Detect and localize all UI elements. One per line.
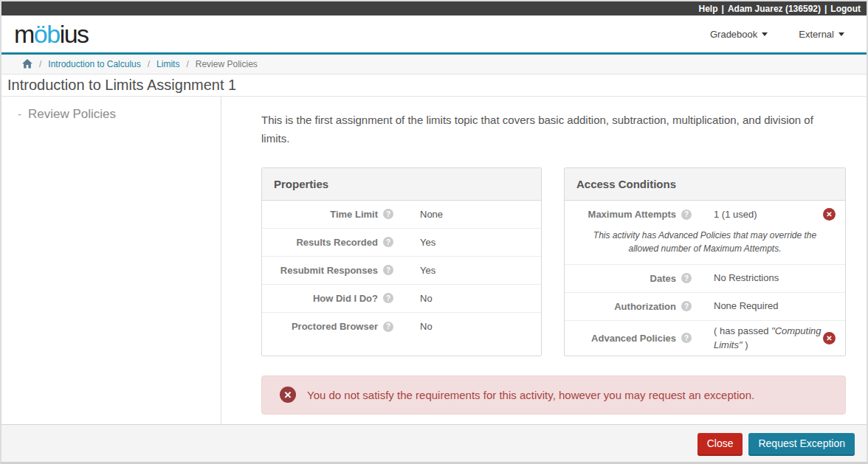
title-bar: Introduction to Limits Assignment 1 xyxy=(1,75,867,97)
user-profile-link[interactable]: Adam Juarez (136592) xyxy=(728,4,821,14)
help-icon[interactable]: ? xyxy=(383,322,393,332)
sidebar-item-review-policies[interactable]: -Review Policies xyxy=(18,107,221,122)
header-nav: Gradebook External xyxy=(710,29,844,40)
property-label: How Did I Do? xyxy=(313,293,378,304)
table-row: Results Recorded? Yes xyxy=(262,229,541,257)
app-header: möbius Gradebook External xyxy=(1,15,867,52)
table-row: Resubmit Responses? Yes xyxy=(262,257,541,285)
help-icon[interactable]: ? xyxy=(383,293,393,303)
breadcrumb-separator: / xyxy=(186,59,188,69)
help-icon[interactable]: ? xyxy=(383,209,393,219)
collapse-marker-icon[interactable]: - xyxy=(18,108,21,120)
condition-label: Dates xyxy=(650,273,676,284)
access-conditions-panel: Access Conditions Maximum Attempts? 1 (1… xyxy=(564,167,846,356)
request-exception-button[interactable]: Request Exception xyxy=(748,433,855,454)
error-icon: ✕ xyxy=(280,387,296,403)
mobius-logo[interactable]: möbius xyxy=(14,21,89,46)
property-label: Results Recorded xyxy=(296,237,378,248)
table-row: Proctored Browser? No xyxy=(262,313,541,341)
logo-text-accent: öb xyxy=(34,20,60,48)
top-user-bar: Help | Adam Juarez (136592) | Logout xyxy=(1,1,867,15)
external-menu-label: External xyxy=(799,29,834,40)
gradebook-menu[interactable]: Gradebook xyxy=(710,29,768,40)
advanced-policies-note: This activity has Advanced Policies that… xyxy=(565,229,845,264)
breadcrumb-separator: / xyxy=(148,59,150,69)
properties-panel-title: Properties xyxy=(262,168,541,201)
property-value: Yes xyxy=(420,265,534,276)
table-row: How Did I Do?? No xyxy=(262,285,541,313)
close-button[interactable]: Close xyxy=(698,433,743,454)
logo-text: m xyxy=(14,20,34,48)
alert-message: You do not satisfy the requirements for … xyxy=(307,389,754,401)
property-label: Resubmit Responses xyxy=(280,265,378,276)
breadcrumb-separator: / xyxy=(39,59,41,69)
condition-label: Maximum Attempts xyxy=(588,209,676,220)
condition-label: Advanced Policies xyxy=(591,333,676,344)
access-conditions-panel-title: Access Conditions xyxy=(565,168,845,201)
property-label: Proctored Browser xyxy=(292,321,378,332)
footer-bar: Close Request Exception xyxy=(1,424,867,462)
gradebook-menu-label: Gradebook xyxy=(710,29,757,40)
property-value: No xyxy=(420,321,534,332)
breadcrumb-link-unit[interactable]: Limits xyxy=(156,59,179,69)
assignment-description: This is the first assignment of the limi… xyxy=(261,111,844,148)
help-icon[interactable]: ? xyxy=(383,237,393,247)
breadcrumb-current: Review Policies xyxy=(196,59,258,69)
table-row: Maximum Attempts? 1 (1 used) ✕ This acti… xyxy=(565,201,845,265)
condition-value: ( has passed "Computing Limits" ) xyxy=(714,324,823,353)
table-row: Authorization? None Required xyxy=(565,293,845,321)
table-row: Advanced Policies? ( has passed "Computi… xyxy=(565,321,845,356)
help-icon[interactable]: ? xyxy=(383,265,393,275)
condition-value: None Required xyxy=(714,299,838,314)
home-icon[interactable] xyxy=(22,59,32,69)
help-icon[interactable]: ? xyxy=(681,301,692,311)
help-icon[interactable]: ? xyxy=(681,333,692,343)
external-menu[interactable]: External xyxy=(799,29,844,40)
info-panels: Properties Time Limit? None Results Reco… xyxy=(261,167,846,356)
table-row: Time Limit? None xyxy=(262,201,541,229)
separator: | xyxy=(824,4,827,14)
breadcrumb: / Introduction to Calculus / Limits / Re… xyxy=(1,55,867,75)
property-value: None xyxy=(420,209,534,220)
logo-text: ius xyxy=(60,20,89,48)
property-label: Time Limit xyxy=(330,209,378,220)
breadcrumb-link-course[interactable]: Introduction to Calculus xyxy=(48,59,140,69)
condition-value: 1 (1 used) xyxy=(714,207,823,222)
sidebar: -Review Policies xyxy=(1,97,221,424)
separator: | xyxy=(722,4,724,14)
help-link[interactable]: Help xyxy=(699,4,718,14)
property-value: Yes xyxy=(420,237,534,248)
app-window: Help | Adam Juarez (136592) | Logout möb… xyxy=(0,0,868,464)
requirements-alert: ✕ You do not satisfy the requirements fo… xyxy=(261,375,846,415)
not-satisfied-icon: ✕ xyxy=(823,208,836,221)
help-icon[interactable]: ? xyxy=(681,273,692,283)
chevron-down-icon xyxy=(838,32,844,36)
main-panel: This is the first assignment of the limi… xyxy=(221,97,867,424)
not-satisfied-icon: ✕ xyxy=(823,332,836,344)
logout-link[interactable]: Logout xyxy=(830,4,861,14)
condition-value: No Restrictions xyxy=(714,271,838,285)
table-row: Dates? No Restrictions xyxy=(565,265,845,293)
page-title: Introduction to Limits Assignment 1 xyxy=(7,75,236,95)
condition-label: Authorization xyxy=(614,301,676,312)
property-value: No xyxy=(420,293,534,304)
sidebar-item-label: Review Policies xyxy=(28,107,116,121)
properties-panel: Properties Time Limit? None Results Reco… xyxy=(261,167,542,356)
chevron-down-icon xyxy=(762,32,768,36)
content-area: -Review Policies This is the first assig… xyxy=(1,97,867,424)
help-icon[interactable]: ? xyxy=(681,210,692,220)
